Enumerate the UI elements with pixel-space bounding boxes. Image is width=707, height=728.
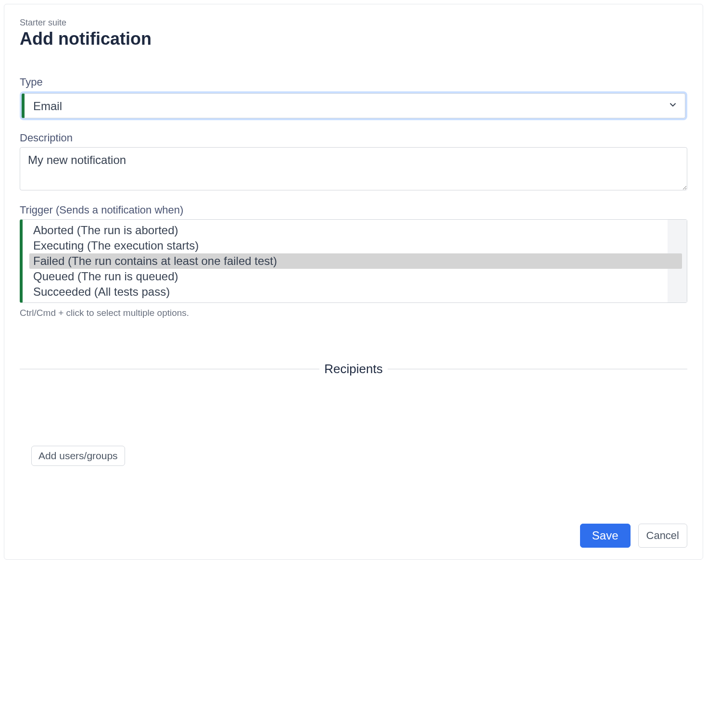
trigger-field-group: Trigger (Sends a notification when) Abor… [20,204,687,318]
cancel-button[interactable]: Cancel [638,524,687,548]
type-select-wrap: Email [22,93,685,118]
trigger-label: Trigger (Sends a notification when) [20,204,687,216]
divider-line-right [388,369,687,369]
type-label: Type [20,76,687,88]
type-select[interactable]: Email [22,93,685,118]
type-select-focus-ring: Email [20,91,687,120]
trigger-option[interactable]: Succeeded (All tests pass) [29,284,682,300]
breadcrumb: Starter suite [20,18,687,28]
description-textarea[interactable] [20,147,687,190]
description-field-group: Description [20,132,687,192]
trigger-option[interactable]: Queued (The run is queued) [29,269,682,284]
trigger-helper-text: Ctrl/Cmd + click to select multiple opti… [20,308,687,318]
footer-actions: Save Cancel [20,524,687,548]
type-field-group: Type Email [20,76,687,120]
trigger-option[interactable]: Aborted (The run is aborted) [29,223,682,238]
page-title: Add notification [20,29,687,49]
trigger-listbox-inner: Aborted (The run is aborted) Executing (… [23,220,687,302]
trigger-option[interactable]: Executing (The execution starts) [29,238,682,253]
add-users-groups-button[interactable]: Add users/groups [31,446,125,466]
divider-line-left [20,369,319,369]
save-button[interactable]: Save [580,524,631,548]
trigger-listbox[interactable]: Aborted (The run is aborted) Executing (… [20,219,687,303]
trigger-listbox-wrap: Aborted (The run is aborted) Executing (… [20,219,687,303]
description-label: Description [20,132,687,144]
recipients-section-divider: Recipients [20,362,687,377]
recipients-heading: Recipients [319,362,387,377]
notification-form-card: Starter suite Add notification Type Emai… [4,4,703,560]
trigger-option[interactable]: Failed (The run contains at least one fa… [29,253,682,269]
recipients-area [20,377,687,444]
